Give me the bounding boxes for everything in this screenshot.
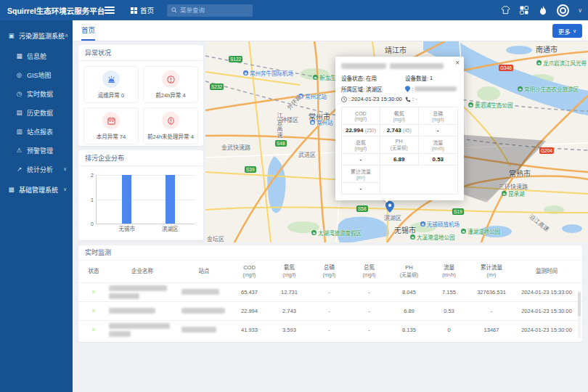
home-shortcut[interactable]: 首页 (131, 5, 154, 15)
bar-chart-icon: ▥ (15, 128, 23, 135)
site-name-redacted (179, 308, 229, 314)
menu-search[interactable] (167, 4, 253, 17)
bar-wuxi[interactable] (122, 175, 131, 224)
sidebar-item-alert-management[interactable]: ⚠ 预警管理 (0, 141, 73, 160)
sidebar-group-pollution-monitoring[interactable]: ▣ 污染源监测系统 ∧ (0, 25, 73, 46)
sidebar-item-info-hub[interactable]: ▦ 信息舱 (0, 46, 73, 65)
tab-home[interactable]: 首页 (81, 20, 95, 41)
panel-title: 异常状况 (78, 45, 203, 61)
more-button[interactable]: 更多 ∨ (552, 24, 582, 38)
menu-toggle-icon[interactable] (105, 7, 115, 14)
stat-card-ops-abnormal[interactable]: 运维异常 0 (83, 66, 139, 103)
enterprise-distribution-panel: 排污企业分布 2 1 0 无锡市 滨湖区 (78, 150, 203, 240)
sidebar-item-gis-map[interactable]: ◎ GIS地图 (0, 65, 73, 84)
sidebar: ▣ 污染源监测系统 ∧ ▦ 信息舱 ◎ GIS地图 ◷ 实时数据 ▤ 历史数据 … (0, 20, 73, 392)
sidebar-group-label: 污染源监测系统 (19, 31, 65, 41)
close-icon[interactable]: × (455, 60, 460, 67)
map-poi-station: ≣常州北站 (298, 92, 327, 100)
map-poi-park: ❧黄泗浦生态公园 (468, 101, 513, 109)
exclamation-icon (162, 112, 179, 129)
site-name-redacted (179, 289, 229, 295)
grid-icon (131, 7, 137, 14)
table-header: 状态 企业名称 站点 COD(mg/l) 氨氮(mg/l) 总磷(mg/l) 总… (78, 260, 582, 282)
route-badge: S48 (275, 140, 287, 147)
y-tick: 0 (86, 221, 94, 226)
map-label-district: 金坛区 (207, 234, 224, 242)
device-time: :2024-01-23 15:30:00 (341, 96, 405, 102)
company-name-redacted (106, 285, 179, 299)
map-road-label: 金武快速路 (221, 143, 250, 151)
table-row[interactable]: 22.994 2.743 - - 6.89 0.53 - 2024-01-23 … (78, 301, 582, 320)
realtime-monitor-panel: 实时监测 状态 企业名称 站点 COD(mg/l) 氨氮(mg/l) 总磷(mg… (78, 245, 582, 342)
map-label-city: 南通市 (536, 44, 558, 54)
route-badge: S232 (210, 83, 224, 90)
sidebar-item-realtime-data[interactable]: ◷ 实时数据 (0, 84, 73, 103)
map-poi-park: ❧大溪港湿地公园 (410, 233, 455, 241)
cod-value: 22.994 (250) (342, 125, 380, 136)
map-road-label: 江宜高速 (275, 113, 283, 139)
sidebar-group-label: 基础管理系统 (19, 185, 58, 195)
theme-skin-icon[interactable] (500, 5, 510, 15)
map-poi-airport: ✈无锡硕放机场 (420, 220, 460, 228)
station-popup: × 设备状态:在用 设备数量:1 所属区域:滨湖区 : :2024-01-23 … (335, 57, 464, 200)
phone-icon (405, 97, 411, 102)
plane-icon: ✈ (243, 70, 248, 75)
home-shortcut-label: 首页 (140, 5, 154, 15)
user-menu-caret-icon[interactable]: ∨ (578, 7, 582, 14)
clock-icon: ◷ (15, 90, 23, 97)
stat-card-24h-abnormal[interactable]: 前24h异常 4 (143, 66, 198, 103)
map-poi-park: ❧常阴沙生态农业旅游区 (518, 85, 579, 93)
chevron-down-icon: ∨ (573, 28, 576, 34)
stat-card-month-abnormal[interactable]: 本月异常 74 (83, 107, 139, 144)
line-chart-icon: ↗ (15, 166, 23, 173)
alert-icon: ⚠ (15, 147, 23, 154)
topbar: Squirrel生态环境云服务平台 首页 ∨ (0, 0, 588, 20)
leaf-icon: ❧ (518, 86, 523, 91)
total-flow-value: - (342, 183, 380, 195)
compass-icon: ◎ (15, 71, 23, 78)
history-icon: ▤ (15, 109, 23, 116)
layout-split-icon[interactable] (519, 5, 529, 15)
table-row[interactable]: 41.933 3.593 - - 8.135 0 13467 2024-01-2… (78, 320, 582, 339)
map-poi-station: ≣常州站 (310, 118, 333, 126)
scrollbar-thumb[interactable] (578, 292, 581, 317)
popup-anchor (382, 196, 392, 208)
route-badge: S122 (229, 56, 242, 62)
map-label-city: 靖江市 (385, 44, 407, 55)
search-input[interactable] (180, 7, 248, 14)
leaf-icon: ❧ (502, 191, 507, 196)
map-label-district: 钟楼区 (281, 115, 298, 123)
site-name-redacted (179, 327, 229, 332)
flame-icon[interactable] (538, 5, 548, 15)
user-avatar[interactable] (557, 4, 569, 17)
dashboard-icon: ▦ (15, 52, 23, 60)
route-badge: G346 (499, 65, 513, 71)
x-label: 滨湖区 (155, 224, 184, 232)
bar-chart: 2 1 0 无锡市 滨湖区 (84, 172, 197, 234)
gis-map[interactable]: S122 G346 S232 G204 S48 S58 S39 G2 S19 S… (205, 41, 588, 242)
sidebar-group-basic-management[interactable]: ▩ 基础管理系统 ∨ (0, 179, 73, 200)
tp-value: - (418, 125, 457, 136)
leaf-icon: ❧ (468, 102, 473, 107)
y-tick: 2 (86, 173, 94, 178)
stat-card-24h-unhandled[interactable]: 前24h未处理异常 4 (143, 107, 198, 144)
bar-binhu[interactable] (166, 175, 175, 224)
panel-title: 排污企业分布 (78, 150, 203, 166)
tabstrip: 首页 更多 ∨ (73, 20, 588, 41)
map-poi-park: ❧龙爪岩滨江风光带 (536, 59, 587, 67)
main-content: 异常状况 运维异常 0 前24h异常 4 (73, 41, 588, 392)
leaf-icon: ❧ (410, 234, 415, 240)
sidebar-item-history-data[interactable]: ▤ 历史数据 (0, 103, 73, 122)
app-logo: Squirrel生态环境云服务平台 (0, 5, 94, 16)
ph-value: 6.89 (380, 154, 418, 166)
x-label: 无锡市 (113, 224, 142, 232)
calendar-icon (102, 112, 120, 129)
device-region: 所属区域:滨湖区 (341, 85, 405, 93)
tn-value: - (342, 154, 380, 166)
table-row[interactable]: 65.437 12.731 - - 8.045 7.155 327636.531… (78, 282, 582, 301)
device-status: 设备状态:在用 (341, 74, 405, 82)
sidebar-item-statistics[interactable]: ↗ 统计分析 ∨ (0, 160, 73, 179)
sidebar-item-station-report[interactable]: ▥ 站点报表 (0, 122, 73, 141)
chevron-up-icon: ∧ (65, 33, 68, 38)
abnormal-status-panel: 异常状况 运维异常 0 前24h异常 4 (78, 45, 203, 146)
